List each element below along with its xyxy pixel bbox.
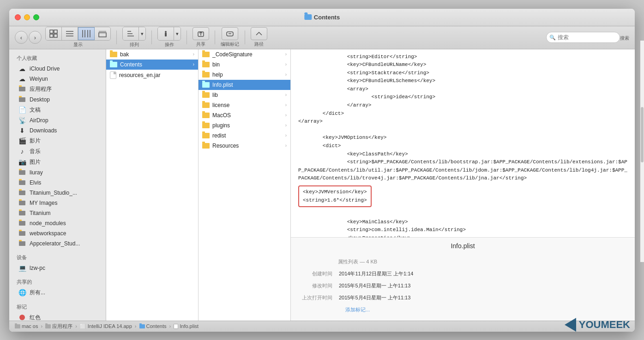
- infoplist-label: Info.plist: [212, 82, 233, 88]
- sidebar-liuray-label: liuray: [30, 169, 43, 176]
- file-item-macos[interactable]: MacOS ›: [199, 110, 290, 120]
- file-item-bak[interactable]: bak ›: [106, 49, 198, 60]
- svg-rect-17: [165, 33, 167, 36]
- sidebar-item-everyone[interactable]: 🌐 所有...: [11, 287, 104, 298]
- sidebar-item-photos[interactable]: 📷 图片: [11, 157, 104, 167]
- xml-content-2: <key>MainClass</key> <string>com.intelli…: [298, 210, 627, 237]
- file-item-resources-jar[interactable]: resources_en.jar: [106, 70, 198, 81]
- breadcrumb-macos[interactable]: mac os: [15, 323, 38, 329]
- sidebar-item-lzw-pc[interactable]: 💻 lzw-pc: [11, 263, 104, 273]
- sidebar-item-node-modules[interactable]: node_modules: [11, 218, 104, 228]
- sidebar-item-desktop[interactable]: Desktop: [11, 95, 104, 105]
- preview-panel: <string>Editor</string> <key>CFBundleURL…: [291, 49, 635, 321]
- sidebar-weiyun-label: Weiyun: [30, 76, 48, 82]
- add-tag-link[interactable]: 添加标记...: [345, 307, 370, 312]
- docs-icon: 📄: [18, 106, 26, 113]
- meta-row-created: 创建时间 2014年11月12日星期三 上午1:14: [299, 268, 416, 279]
- created-value: 2014年11月12日星期三 上午1:14: [336, 268, 416, 279]
- sidebar-item-icloud[interactable]: ☁ iCloud Drive: [11, 64, 104, 74]
- sidebar-item-titanium-studio[interactable]: Titanium_Studio_...: [11, 188, 104, 198]
- macos-label: MacOS: [212, 112, 231, 119]
- edit-tag-btn[interactable]: [222, 27, 238, 40]
- file-item-infoplist[interactable]: Info.plist: [199, 80, 290, 90]
- file-item-contents[interactable]: Contents ›: [106, 60, 198, 70]
- contents-bc-icon: [139, 324, 145, 328]
- sort-buttons: ▾: [122, 27, 146, 41]
- cover-flow-btn[interactable]: [95, 27, 110, 40]
- breadcrumb-apps-label: 应用程序: [52, 323, 72, 330]
- jvm-version-value: <string>1.6*</string>: [303, 197, 367, 203]
- breadcrumb-contents[interactable]: Contents: [139, 323, 167, 329]
- fullscreen-button[interactable]: [33, 14, 39, 20]
- breadcrumb-apps[interactable]: 应用程序: [45, 323, 72, 330]
- sidebar-item-apps[interactable]: 应用程序: [11, 84, 104, 95]
- bc-sep-2: ›: [75, 323, 77, 329]
- bin-label: bin: [212, 61, 220, 68]
- resources-jar-label: resources_en.jar: [119, 72, 160, 78]
- help-label: help: [212, 72, 223, 78]
- sort-btn[interactable]: [123, 27, 139, 40]
- toolbar-sep-4: [215, 30, 215, 44]
- file-item-bin[interactable]: bin ›: [199, 60, 290, 70]
- sidebar-item-downloads[interactable]: ⬇ Downloads: [11, 125, 104, 136]
- sidebar-item-appcelerator[interactable]: Appcelerator_Stud...: [11, 239, 104, 249]
- edit-tag-label: 编辑标记: [221, 41, 239, 48]
- sidebar-downloads-label: Downloads: [30, 127, 57, 134]
- minimize-button[interactable]: [24, 14, 30, 20]
- red-tag-icon: [18, 314, 26, 321]
- file-item-codesignature[interactable]: _CodeSignature ›: [199, 49, 290, 60]
- file-item-redist[interactable]: redist ›: [199, 131, 290, 141]
- sidebar-item-liuray[interactable]: liuray: [11, 167, 104, 178]
- view-label: 显示: [73, 42, 83, 48]
- breadcrumb-infoplist[interactable]: Info.plist: [174, 323, 199, 329]
- sidebar-item-docs[interactable]: 📄 文稿: [11, 105, 104, 115]
- sidebar-personal-label: 个人收藏: [9, 49, 106, 64]
- close-button[interactable]: [15, 14, 21, 20]
- sidebar-item-airdrop[interactable]: 📡 AirDrop: [11, 115, 104, 125]
- sort-label: 排列: [130, 42, 139, 48]
- action-btn[interactable]: [158, 27, 174, 40]
- lzw-pc-icon: 💻: [18, 264, 26, 272]
- action-label: 操作: [165, 42, 174, 48]
- search-input[interactable]: [546, 32, 620, 43]
- license-label: license: [212, 102, 229, 108]
- sidebar-item-weiyun[interactable]: ☁ Weiyun: [11, 74, 104, 84]
- sidebar-item-music[interactable]: ♪ 音乐: [11, 146, 104, 157]
- meta-row-type: 属性列表 — 4 KB: [299, 256, 416, 267]
- action-dropdown-btn[interactable]: ▾: [174, 27, 181, 40]
- node-modules-icon: [18, 220, 26, 227]
- sort-dropdown-btn[interactable]: ▾: [139, 27, 145, 40]
- file-item-lib[interactable]: lib ›: [199, 90, 290, 100]
- redist-chevron: ›: [285, 133, 287, 138]
- file-item-license[interactable]: license ›: [199, 100, 290, 110]
- breadcrumb-macos-label: mac os: [22, 323, 38, 329]
- sidebar-devices-label: 设备: [9, 249, 106, 263]
- path-btn[interactable]: [251, 27, 267, 40]
- sidebar-item-movies[interactable]: 🎬 影片: [11, 136, 104, 146]
- sidebar-item-titanium[interactable]: Titanium: [11, 208, 104, 218]
- preview-meta: 属性列表 — 4 KB 创建时间 2014年11月12日星期三 上午1:14 修…: [298, 255, 417, 316]
- column-view-btn[interactable]: [78, 27, 95, 40]
- lib-chevron: ›: [285, 92, 287, 97]
- sidebar-item-my-images[interactable]: MY Images: [11, 198, 104, 208]
- file-item-plugins[interactable]: plugins ›: [199, 120, 290, 131]
- sidebar-item-webworkspace[interactable]: webworkspace: [11, 228, 104, 239]
- toolbar-sort: ▾ 排列: [122, 27, 146, 48]
- action-buttons: ▾: [157, 27, 181, 41]
- sidebar-photos-label: 图片: [30, 158, 41, 166]
- resources-icon: [202, 143, 210, 149]
- list-view-btn[interactable]: [62, 27, 78, 40]
- sidebar-titanium-studio-label: Titanium_Studio_...: [30, 190, 77, 196]
- sidebar-item-red-tag[interactable]: 红色: [11, 312, 104, 321]
- sidebar-tags-label: 标记: [9, 298, 106, 312]
- sidebar-red-label: 红色: [30, 314, 41, 321]
- forward-button[interactable]: ›: [29, 31, 42, 44]
- breadcrumb-intellij[interactable]: ⬜ IntelliJ IDEA 14.app: [80, 323, 132, 329]
- share-btn[interactable]: [193, 27, 209, 40]
- svg-rect-1: [54, 30, 57, 33]
- sidebar-item-elvis[interactable]: Elvis: [11, 178, 104, 188]
- file-item-resources[interactable]: Resources ›: [199, 141, 290, 151]
- icon-view-btn[interactable]: [46, 27, 62, 40]
- back-button[interactable]: ‹: [15, 31, 28, 44]
- file-item-help[interactable]: help ›: [199, 70, 290, 80]
